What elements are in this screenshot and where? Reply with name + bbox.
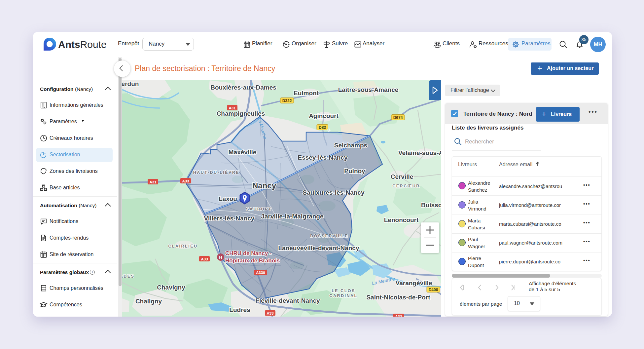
- svg-text:Villers-lès-Nancy: Villers-lès-Nancy: [204, 215, 255, 222]
- svg-text:A330: A330: [256, 271, 265, 275]
- svg-text:Champigneulles: Champigneulles: [217, 110, 265, 117]
- svg-text:Essey-lès-Nancy: Essey-lès-Nancy: [298, 154, 347, 161]
- svg-text:Laxou: Laxou: [219, 195, 237, 202]
- svg-text:BOSSERVILLE: BOSSERVILLE: [310, 234, 348, 238]
- svg-text:Saulxures-lès-Nancy: Saulxures-lès-Nancy: [303, 189, 365, 196]
- svg-text:Nancy: Nancy: [252, 181, 276, 190]
- svg-text:Chaligny: Chaligny: [135, 298, 162, 305]
- svg-text:Hôpitaux de Brabois: Hôpitaux de Brabois: [225, 257, 280, 264]
- svg-text:CERCŒUR: CERCŒUR: [392, 184, 420, 188]
- svg-text:A31: A31: [229, 106, 236, 110]
- svg-text:A33: A33: [267, 311, 273, 315]
- svg-text:Chavigny: Chavigny: [157, 284, 185, 291]
- svg-text:CARDINAL: CARDINAL: [329, 293, 357, 298]
- svg-text:LE CLOS: LE CLOS: [332, 289, 355, 293]
- svg-text:Laneuveville-devant-Nancy: Laneuveville-devant-Nancy: [278, 245, 359, 252]
- svg-text:HAUT-DU-LIÈVRE: HAUT-DU-LIÈVRE: [193, 170, 240, 175]
- svg-text:Cerville: Cerville: [391, 173, 413, 180]
- svg-text:Eulmont: Eulmont: [294, 90, 319, 97]
- svg-text:A31: A31: [149, 180, 157, 184]
- svg-text:Laître-sous-Amance: Laître-sous-Amance: [338, 86, 399, 93]
- svg-text:D674: D674: [393, 115, 403, 120]
- svg-text:D400: D400: [429, 288, 438, 292]
- svg-text:Jarville-la-Malgrange: Jarville-la-Malgrange: [261, 213, 323, 220]
- svg-text:Lenoncourt: Lenoncourt: [384, 216, 419, 223]
- svg-text:Maxéville: Maxéville: [229, 149, 257, 156]
- svg-text:Saint-Nicolas-de-Port: Saint-Nicolas-de-Port: [366, 294, 430, 301]
- svg-text:ADES: ADES: [122, 274, 134, 279]
- svg-text:SAURUPT: SAURUPT: [246, 207, 272, 212]
- svg-text:D322: D322: [282, 98, 292, 103]
- svg-text:Buisso: Buisso: [421, 202, 441, 209]
- svg-text:Pulnoy: Pulnoy: [344, 168, 365, 174]
- svg-text:Ludres: Ludres: [229, 306, 250, 313]
- svg-text:A33: A33: [201, 257, 208, 261]
- svg-text:D83: D83: [319, 125, 326, 130]
- svg-text:A33: A33: [182, 179, 189, 183]
- svg-text:CLAIRLIEU: CLAIRLIEU: [168, 244, 197, 249]
- svg-text:Velaine-sous-A: Velaine-sous-A: [398, 149, 441, 156]
- svg-text:CHRU de Nancy -: CHRU de Nancy -: [225, 250, 271, 256]
- svg-text:Bouxières-aux-Dames: Bouxières-aux-Dames: [210, 84, 276, 91]
- svg-text:Seichamps: Seichamps: [334, 142, 367, 149]
- svg-text:H: H: [219, 255, 222, 260]
- svg-text:Verdun: Verdun: [122, 80, 139, 87]
- svg-text:A33: A33: [395, 315, 402, 317]
- svg-text:Agincourt: Agincourt: [309, 112, 339, 119]
- svg-text:Fléville-devant-Nancy: Fléville-devant-Nancy: [255, 297, 320, 304]
- svg-text:Varangéville: Varangéville: [396, 280, 432, 287]
